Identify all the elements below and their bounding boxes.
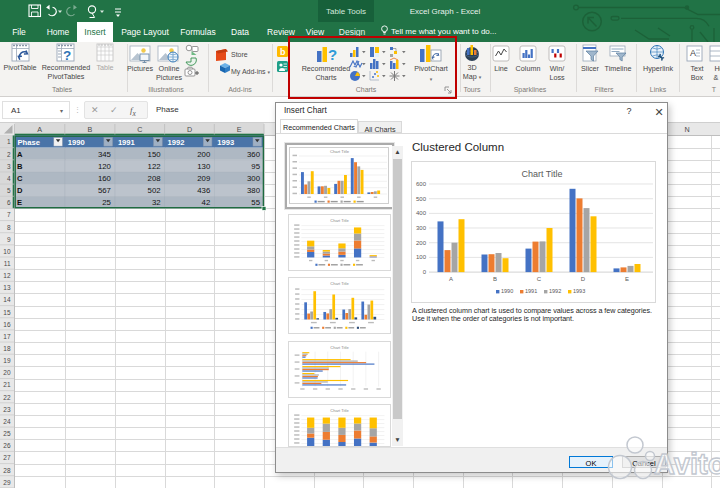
svg-text:E: E xyxy=(237,125,242,134)
svg-text:209: 209 xyxy=(197,174,210,183)
svg-text:200: 200 xyxy=(197,150,211,159)
svg-text:345: 345 xyxy=(98,150,112,159)
svg-text:3: 3 xyxy=(7,163,11,170)
svg-text:28: 28 xyxy=(3,467,11,474)
svg-text:567: 567 xyxy=(98,186,111,195)
svg-text:A: A xyxy=(690,48,696,58)
svg-text:B: B xyxy=(17,162,23,171)
svg-text:21: 21 xyxy=(3,381,11,388)
svg-text:D: D xyxy=(17,186,23,195)
svg-text:208: 208 xyxy=(148,174,161,183)
svg-text:E: E xyxy=(625,276,629,282)
svg-text:1990: 1990 xyxy=(68,138,85,147)
svg-text:19: 19 xyxy=(3,357,11,364)
svg-text:7: 7 xyxy=(7,211,11,218)
svg-text:B: B xyxy=(87,125,92,134)
svg-text:380: 380 xyxy=(247,186,261,195)
svg-text:Chart Title: Chart Title xyxy=(521,169,562,179)
svg-text:Chart Title: Chart Title xyxy=(330,149,350,154)
svg-text:436: 436 xyxy=(197,186,210,195)
svg-text:100: 100 xyxy=(416,254,427,260)
svg-text:200: 200 xyxy=(416,240,427,246)
svg-text:4: 4 xyxy=(7,175,11,182)
svg-text:0: 0 xyxy=(423,269,427,275)
svg-text:55: 55 xyxy=(251,198,260,207)
svg-text:15: 15 xyxy=(3,309,11,316)
svg-text:Chart Title: Chart Title xyxy=(330,408,349,413)
svg-text:130: 130 xyxy=(197,162,211,171)
svg-text:C: C xyxy=(17,174,23,183)
svg-text:23: 23 xyxy=(3,406,11,413)
svg-text:25: 25 xyxy=(3,430,11,437)
svg-text:2: 2 xyxy=(7,151,11,158)
svg-text:b: b xyxy=(280,47,286,57)
svg-text:C: C xyxy=(137,125,142,134)
svg-text:26: 26 xyxy=(3,442,11,449)
svg-text:18: 18 xyxy=(3,345,11,352)
svg-text:16: 16 xyxy=(3,321,11,328)
svg-text:1: 1 xyxy=(7,138,11,145)
svg-text:25: 25 xyxy=(102,198,111,207)
svg-text:1991: 1991 xyxy=(525,288,537,294)
svg-text:14: 14 xyxy=(3,296,11,303)
svg-text:6: 6 xyxy=(7,199,11,206)
svg-text:32: 32 xyxy=(152,198,161,207)
svg-text:1993: 1993 xyxy=(573,288,585,294)
svg-text:17: 17 xyxy=(3,333,11,340)
svg-text:C: C xyxy=(537,276,542,282)
svg-text:10: 10 xyxy=(3,248,11,255)
svg-text:1992: 1992 xyxy=(168,138,185,147)
svg-text:20: 20 xyxy=(3,369,11,376)
svg-text:22: 22 xyxy=(3,394,11,401)
svg-text:300: 300 xyxy=(416,225,427,231)
svg-text:?: ? xyxy=(63,48,71,63)
svg-text:300: 300 xyxy=(247,174,261,183)
svg-text:500: 500 xyxy=(416,196,427,202)
svg-text:1991: 1991 xyxy=(118,138,136,147)
svg-text:Phase: Phase xyxy=(18,138,40,147)
svg-text:360: 360 xyxy=(247,150,261,159)
svg-text:95: 95 xyxy=(251,162,260,171)
svg-text:A: A xyxy=(17,150,23,159)
svg-text:27: 27 xyxy=(3,454,11,461)
svg-text:9: 9 xyxy=(7,236,11,243)
svg-text:400: 400 xyxy=(416,210,427,216)
svg-text:122: 122 xyxy=(148,162,161,171)
svg-text:502: 502 xyxy=(148,186,161,195)
svg-text:11: 11 xyxy=(4,260,11,267)
svg-text:Chart Title: Chart Title xyxy=(330,281,349,286)
svg-text:Chart Title: Chart Title xyxy=(330,218,349,223)
svg-text:150: 150 xyxy=(148,150,162,159)
svg-text:1993: 1993 xyxy=(217,138,234,147)
svg-text:B: B xyxy=(493,276,497,282)
svg-text:Chart Title: Chart Title xyxy=(330,345,349,350)
svg-text:12: 12 xyxy=(3,272,11,279)
svg-text:120: 120 xyxy=(98,162,112,171)
svg-text:1990: 1990 xyxy=(501,288,513,294)
svg-text:D: D xyxy=(581,276,586,282)
svg-text:160: 160 xyxy=(98,174,112,183)
svg-text:5: 5 xyxy=(7,187,11,194)
svg-text:A: A xyxy=(449,276,453,282)
svg-text:13: 13 xyxy=(3,284,11,291)
svg-text:N: N xyxy=(684,125,689,134)
svg-text:29: 29 xyxy=(3,479,11,486)
svg-text:24: 24 xyxy=(3,418,11,425)
svg-text:E: E xyxy=(17,198,22,207)
svg-text:D: D xyxy=(187,125,192,134)
svg-text:600: 600 xyxy=(416,181,427,187)
svg-text:A: A xyxy=(37,125,42,134)
svg-text:1992: 1992 xyxy=(549,288,561,294)
svg-text:8: 8 xyxy=(7,224,11,231)
svg-text:42: 42 xyxy=(202,198,211,207)
